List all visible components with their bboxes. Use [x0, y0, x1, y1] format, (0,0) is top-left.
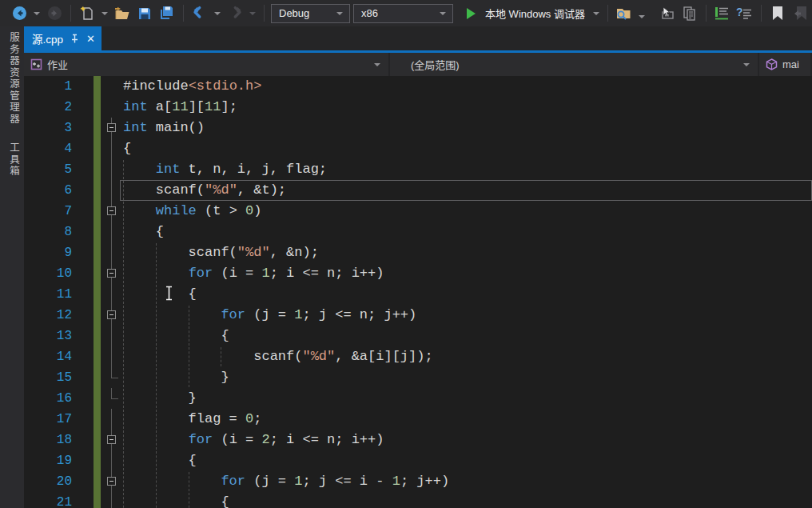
code-line-body[interactable]: scanf("%d", &t); — [120, 180, 812, 201]
code-line[interactable]: 10 for (i = 1; i <= n; i++) — [24, 263, 812, 284]
tab-source-cpp[interactable]: 源.cpp ✕ — [24, 26, 102, 50]
code-line-body[interactable]: scanf("%d", &a[i][j]); — [120, 346, 812, 367]
indent-help-button[interactable]: ? — [735, 4, 754, 23]
member-combo[interactable]: mai — [759, 53, 810, 76]
code-segment: for — [221, 307, 245, 322]
back-dropdown-caret[interactable] — [34, 12, 40, 15]
code-line[interactable]: 20 for (j = 1; j <= i - 1; j++) — [24, 471, 812, 492]
code-segment: ) — [253, 203, 261, 218]
code-line[interactable]: 14 scanf("%d", &a[i][j]); — [24, 346, 812, 367]
code-editor[interactable]: 1#include<stdio.h>2int a[11][11];3int ma… — [24, 76, 812, 508]
start-debugging-label[interactable]: 本地 Windows 调试器 — [485, 6, 585, 21]
collapse-minus-icon[interactable] — [107, 310, 116, 319]
code-line-body[interactable]: { — [120, 284, 812, 305]
indent-guide — [156, 430, 157, 450]
start-debugging-button[interactable] — [461, 4, 480, 23]
open-file-button[interactable] — [113, 4, 132, 23]
find-dropdown-caret[interactable] — [639, 15, 645, 18]
code-segment: int — [123, 99, 148, 114]
code-line-body[interactable]: { — [120, 326, 812, 346]
fold-collapse-box[interactable] — [104, 118, 120, 138]
project-scope-caret — [374, 63, 380, 66]
project-scope-combo[interactable]: 作业 — [24, 53, 388, 76]
code-segment: (t > — [197, 203, 245, 218]
code-line-body[interactable]: } — [120, 367, 812, 388]
code-line[interactable]: 12 for (j = 1; j <= n; j++) — [24, 305, 812, 326]
code-line[interactable]: 4{ — [24, 138, 812, 159]
type-scope-combo[interactable]: (全局范围) — [390, 53, 758, 76]
save-all-button[interactable] — [157, 4, 177, 23]
fold-collapse-box[interactable] — [104, 201, 120, 222]
selection-mode-button[interactable] — [658, 4, 677, 23]
code-line[interactable]: 17 flag = 0; — [24, 409, 812, 430]
code-segment: 1 — [392, 474, 400, 489]
code-line[interactable]: 8 { — [24, 222, 812, 242]
change-tracking-bar — [94, 305, 101, 326]
collapse-minus-icon[interactable] — [107, 435, 116, 444]
code-line-body[interactable]: for (i = 1; i <= n; i++) — [120, 263, 812, 284]
collapse-minus-icon[interactable] — [107, 123, 116, 132]
new-file-button[interactable] — [78, 4, 97, 23]
code-line[interactable]: 1#include<stdio.h> — [24, 76, 812, 97]
code-line-body[interactable]: for (j = 1; j <= n; j++) — [120, 305, 812, 326]
code-line[interactable]: 9 scanf("%d", &n); — [24, 242, 812, 263]
pin-icon[interactable] — [70, 34, 80, 44]
change-tracking-bar — [94, 471, 101, 492]
find-in-files-button[interactable] — [615, 4, 634, 23]
redo-button[interactable] — [225, 4, 245, 23]
fold-collapse-box[interactable] — [104, 430, 120, 450]
code-line-body[interactable]: while (t > 0) — [120, 201, 812, 222]
code-line-body[interactable]: flag = 0; — [120, 409, 812, 430]
code-line-body[interactable]: { — [120, 222, 812, 242]
close-icon[interactable]: ✕ — [86, 34, 95, 44]
code-line-body[interactable]: { — [120, 450, 812, 471]
code-line-body[interactable]: int main() — [120, 118, 812, 138]
code-line[interactable]: 13 { — [24, 326, 812, 346]
code-segment: (i = — [213, 432, 261, 447]
new-file-dropdown-caret[interactable] — [102, 12, 108, 15]
sidebar-item-toolbox[interactable]: 工具箱 — [6, 142, 22, 178]
solution-configuration-combo[interactable]: Debug — [271, 4, 350, 23]
code-line[interactable]: 15 } — [24, 367, 812, 388]
code-line-body[interactable]: scanf("%d", &n); — [120, 242, 812, 263]
code-line-body[interactable]: int t, n, i, j, flag; — [120, 159, 812, 180]
code-line[interactable]: 2int a[11][11]; — [24, 97, 812, 118]
redo-dropdown-caret[interactable] — [249, 12, 256, 15]
debug-target-caret[interactable] — [593, 12, 599, 15]
code-line-body[interactable]: { — [120, 138, 812, 159]
save-button[interactable] — [135, 4, 154, 23]
code-line-body[interactable]: for (j = 1; j <= i - 1; j++) — [120, 471, 812, 492]
code-line[interactable]: 11 { — [24, 284, 812, 305]
collapse-minus-icon[interactable] — [107, 269, 116, 278]
code-text: #include<stdio.h> — [121, 77, 811, 96]
code-line[interactable]: 3int main() — [24, 118, 812, 138]
solution-platform-combo[interactable]: x86 — [353, 4, 453, 23]
fold-collapse-box[interactable] — [104, 471, 120, 492]
code-line[interactable]: 16 } — [24, 388, 812, 409]
code-line-body[interactable]: int a[11][11]; — [120, 97, 812, 118]
copy-button[interactable] — [680, 4, 699, 23]
code-line-body[interactable]: } — [120, 388, 812, 409]
previous-bookmark-button[interactable] — [790, 4, 810, 23]
toggle-bookmark-button[interactable] — [768, 4, 787, 23]
code-line[interactable]: 21 { — [24, 492, 812, 508]
code-line-body[interactable]: #include<stdio.h> — [120, 76, 812, 97]
fold-collapse-box[interactable] — [104, 305, 120, 326]
code-line[interactable]: 18 for (i = 2; i <= n; i++) — [24, 430, 812, 450]
copy-icon — [682, 6, 698, 22]
fold-collapse-box[interactable] — [104, 263, 120, 284]
code-line[interactable]: 7 while (t > 0) — [24, 201, 812, 222]
undo-button[interactable] — [190, 4, 209, 23]
navigate-forward-button[interactable] — [45, 4, 64, 23]
collapse-minus-icon[interactable] — [107, 206, 116, 215]
format-indent-button[interactable] — [713, 4, 732, 23]
code-line[interactable]: 5 int t, n, i, j, flag; — [24, 159, 812, 180]
code-line[interactable]: 6 scanf("%d", &t); — [24, 180, 812, 201]
navigate-back-button[interactable] — [10, 4, 29, 23]
code-line-body[interactable]: for (i = 2; i <= n; i++) — [120, 430, 812, 450]
code-line-body[interactable]: { — [120, 492, 812, 508]
sidebar-item-server-explorer[interactable]: 服务器资源管理器 — [6, 32, 22, 125]
code-line[interactable]: 19 { — [24, 450, 812, 471]
undo-dropdown-caret[interactable] — [214, 12, 221, 15]
collapse-minus-icon[interactable] — [107, 477, 116, 486]
